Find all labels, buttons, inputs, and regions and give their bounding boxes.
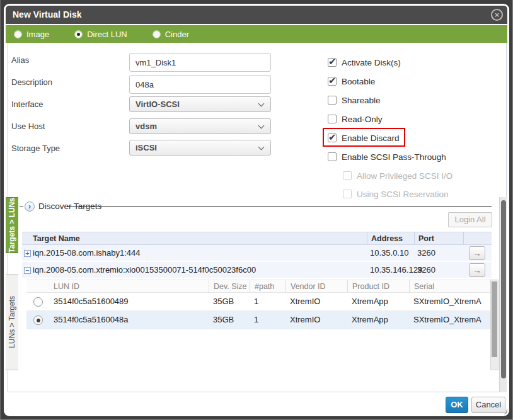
target-port: 3260	[417, 262, 435, 278]
lun-serial: SXtremIO_XtremA	[413, 311, 489, 329]
lun-path: 1	[254, 311, 282, 329]
tab-targets-to-luns[interactable]: Targets > LUNs	[6, 197, 18, 253]
target-row-2[interactable]: − iqn.2008-05.com.xtremio:xio00153500071…	[22, 262, 492, 279]
target-name: iqn.2008-05.com.xtremio:xio00153500071-5…	[33, 262, 364, 278]
col-serial: Serial	[409, 280, 490, 293]
collapse-minus-icon[interactable]: −	[24, 267, 31, 274]
lun-radio-unselected[interactable]	[33, 297, 43, 307]
lun-id: 3514f0c5a51600489	[54, 293, 205, 310]
new-virtual-disk-dialog: New Virtual Disk × Image Direct LUN Cind…	[4, 4, 509, 416]
legend-line	[67, 206, 492, 207]
target-address: 10.35.146.129	[370, 262, 422, 278]
lun-row-1[interactable]: 3514f0c5a51600489 35GB 1 XtremIO XtremAp…	[26, 293, 490, 311]
luns-table-scrollbar[interactable]	[490, 280, 499, 370]
col-path: #path	[250, 280, 284, 293]
lun-row-2[interactable]: 3514f0c5a5160048a 35GB 1 XtremIO XtremAp…	[26, 311, 490, 329]
targets-table: Target Name Address Port + iqn.2015-08.c…	[22, 232, 492, 279]
radio-cinder-icon[interactable]	[153, 30, 161, 38]
luns-table-header: LUN ID Dev. Size #path Vendor ID Product…	[26, 280, 490, 293]
expand-discover-targets-icon[interactable]: ›	[25, 201, 35, 212]
radio-image-icon[interactable]	[14, 30, 22, 38]
lun-serial: SXtremIO_XtremA	[413, 293, 489, 310]
target-port: 3260	[417, 245, 435, 261]
ok-button[interactable]: OK	[446, 397, 468, 413]
col-lun-id: LUN ID	[54, 280, 205, 293]
disk-type-cinder-label: Cinder	[165, 30, 189, 39]
col-product-id: Product ID	[347, 280, 408, 293]
luns-table: LUN ID Dev. Size #path Vendor ID Product…	[26, 280, 490, 329]
tab-luns-to-targets[interactable]: LUNs > Targets	[6, 274, 18, 370]
lun-path: 1	[254, 293, 282, 310]
target-address: 10.35.0.10	[370, 245, 408, 261]
col-port: Port	[414, 232, 463, 245]
legend-dash	[20, 206, 23, 207]
lun-radio-selected[interactable]	[33, 315, 43, 325]
disk-type-cinder[interactable]: Cinder	[153, 30, 189, 39]
disk-type-direct-lun-label: Direct LUN	[87, 30, 127, 39]
target-name: iqn.2015-08.com.ishaby1:444	[33, 245, 364, 261]
disk-type-direct-lun[interactable]: Direct LUN	[74, 30, 127, 39]
lun-dev-size: 35GB	[213, 311, 251, 329]
content-panel-border	[8, 43, 507, 392]
tab-luns-to-targets-label: LUNs > Targets	[8, 296, 16, 348]
luns-scrollbar-thumb[interactable]	[492, 281, 497, 357]
lun-vendor: XtremIO	[290, 311, 347, 329]
login-target-button[interactable]: →	[469, 263, 485, 277]
dialog-scrollbar-thumb[interactable]	[501, 200, 506, 378]
disk-type-bar: Image Direct LUN Cinder	[6, 25, 507, 43]
close-icon[interactable]: ×	[491, 9, 503, 21]
lun-dev-size: 35GB	[213, 293, 251, 310]
lun-product: XtremApp	[352, 311, 408, 329]
col-address: Address	[367, 232, 414, 245]
login-all-button[interactable]: Login All	[448, 212, 492, 227]
login-target-button[interactable]: →	[469, 246, 485, 260]
targets-table-header: Target Name Address Port	[22, 232, 492, 245]
dialog-titlebar: New Virtual Disk ×	[6, 6, 507, 24]
col-dev-size: Dev. Size	[209, 280, 248, 293]
expand-plus-icon[interactable]: +	[24, 250, 31, 257]
disk-type-image-label: Image	[26, 30, 49, 39]
lun-id: 3514f0c5a5160048a	[54, 311, 205, 329]
radio-direct-lun-icon[interactable]	[74, 30, 83, 38]
dialog-title: New Virtual Disk	[13, 9, 81, 20]
target-row-1[interactable]: + iqn.2015-08.com.ishaby1:444 10.35.0.10…	[22, 245, 492, 262]
col-vendor-id: Vendor ID	[285, 280, 346, 293]
col-action	[463, 232, 492, 245]
lun-vendor: XtremIO	[290, 293, 347, 310]
col-target-name: Target Name	[33, 232, 364, 245]
lun-product: XtremApp	[352, 293, 408, 310]
dialog-scrollbar[interactable]	[499, 197, 507, 392]
disk-type-image[interactable]: Image	[14, 30, 49, 39]
resize-grip-icon[interactable]	[498, 406, 507, 414]
tab-targets-to-luns-label: Targets > LUNs	[8, 198, 16, 253]
dialog-window: New Virtual Disk × Image Direct LUN Cind…	[6, 6, 507, 414]
